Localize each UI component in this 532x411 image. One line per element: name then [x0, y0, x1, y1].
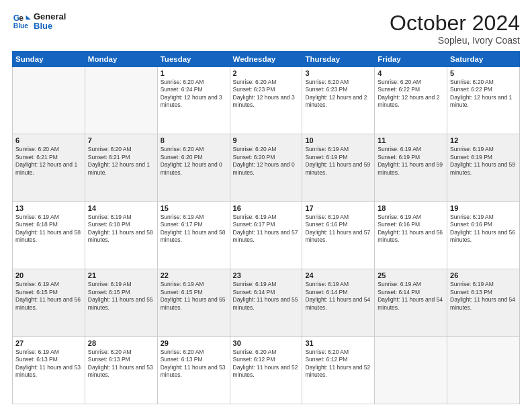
cell-info: Sunrise: 6:19 AM Sunset: 6:18 PM Dayligh… — [88, 214, 154, 244]
cell-info: Sunrise: 6:19 AM Sunset: 6:13 PM Dayligh… — [15, 349, 82, 379]
calendar-cell: 29Sunrise: 6:20 AM Sunset: 6:13 PM Dayli… — [157, 336, 230, 404]
calendar-row-3: 20Sunrise: 6:19 AM Sunset: 6:15 PM Dayli… — [13, 269, 520, 336]
day-number: 12 — [450, 136, 517, 144]
calendar-cell: 2Sunrise: 6:20 AM Sunset: 6:23 PM Daylig… — [230, 67, 302, 134]
day-number: 6 — [15, 136, 82, 144]
day-number: 7 — [88, 136, 154, 144]
cell-info: Sunrise: 6:20 AM Sunset: 6:23 PM Dayligh… — [233, 79, 300, 109]
calendar-row-0: 1Sunrise: 6:20 AM Sunset: 6:24 PM Daylig… — [13, 67, 520, 134]
weekday-header-sunday: Sunday — [13, 52, 85, 67]
day-number: 15 — [161, 204, 227, 212]
svg-marker-2 — [26, 15, 31, 20]
day-number: 10 — [305, 136, 371, 144]
calendar-cell: 11Sunrise: 6:19 AM Sunset: 6:19 PM Dayli… — [375, 134, 447, 201]
cell-info: Sunrise: 6:20 AM Sunset: 6:13 PM Dayligh… — [161, 349, 227, 379]
calendar-cell: 21Sunrise: 6:19 AM Sunset: 6:15 PM Dayli… — [85, 269, 157, 336]
calendar-cell: 25Sunrise: 6:19 AM Sunset: 6:14 PM Dayli… — [375, 269, 447, 336]
cell-info: Sunrise: 6:19 AM Sunset: 6:19 PM Dayligh… — [450, 146, 517, 177]
cell-info: Sunrise: 6:20 AM Sunset: 6:21 PM Dayligh… — [88, 146, 154, 177]
calendar-row-4: 27Sunrise: 6:19 AM Sunset: 6:13 PM Dayli… — [13, 336, 520, 404]
cell-info: Sunrise: 6:19 AM Sunset: 6:14 PM Dayligh… — [305, 281, 371, 312]
cell-info: Sunrise: 6:20 AM Sunset: 6:20 PM Dayligh… — [161, 146, 227, 177]
day-number: 3 — [305, 69, 371, 77]
day-number: 23 — [233, 271, 300, 279]
day-number: 31 — [305, 339, 371, 347]
month-title: October 2024 — [390, 12, 520, 34]
cell-info: Sunrise: 6:20 AM Sunset: 6:22 PM Dayligh… — [450, 79, 517, 109]
cell-info: Sunrise: 6:20 AM Sunset: 6:20 PM Dayligh… — [233, 146, 300, 177]
day-number: 18 — [378, 204, 444, 212]
day-number: 2 — [233, 69, 300, 77]
logo-icon: G e Blue — [12, 12, 31, 31]
day-number: 26 — [450, 271, 517, 279]
cell-info: Sunrise: 6:19 AM Sunset: 6:15 PM Dayligh… — [88, 281, 154, 312]
calendar-cell: 14Sunrise: 6:19 AM Sunset: 6:18 PM Dayli… — [85, 201, 157, 269]
logo: G e Blue General Blue — [12, 12, 66, 32]
cell-info: Sunrise: 6:19 AM Sunset: 6:16 PM Dayligh… — [305, 214, 371, 244]
calendar-cell: 9Sunrise: 6:20 AM Sunset: 6:20 PM Daylig… — [230, 134, 302, 201]
svg-text:e: e — [19, 13, 24, 23]
weekday-header-tuesday: Tuesday — [157, 52, 230, 67]
calendar-cell: 19Sunrise: 6:19 AM Sunset: 6:16 PM Dayli… — [447, 201, 520, 269]
cell-info: Sunrise: 6:19 AM Sunset: 6:14 PM Dayligh… — [378, 281, 444, 312]
title-area: October 2024 Sopleu, Ivory Coast — [390, 12, 520, 46]
cell-info: Sunrise: 6:20 AM Sunset: 6:22 PM Dayligh… — [378, 79, 444, 109]
cell-info: Sunrise: 6:20 AM Sunset: 6:23 PM Dayligh… — [305, 79, 371, 109]
calendar-cell: 18Sunrise: 6:19 AM Sunset: 6:16 PM Dayli… — [375, 201, 447, 269]
day-number: 29 — [161, 339, 227, 347]
day-number: 28 — [88, 339, 154, 347]
weekday-header-monday: Monday — [85, 52, 157, 67]
cell-info: Sunrise: 6:19 AM Sunset: 6:19 PM Dayligh… — [378, 146, 444, 177]
calendar-cell: 23Sunrise: 6:19 AM Sunset: 6:14 PM Dayli… — [230, 269, 302, 336]
calendar-cell: 17Sunrise: 6:19 AM Sunset: 6:16 PM Dayli… — [302, 201, 375, 269]
logo-line2: Blue — [34, 21, 66, 31]
calendar-cell: 28Sunrise: 6:20 AM Sunset: 6:13 PM Dayli… — [85, 336, 157, 404]
calendar-cell: 4Sunrise: 6:20 AM Sunset: 6:22 PM Daylig… — [375, 67, 447, 134]
day-number: 16 — [233, 204, 300, 212]
calendar-cell: 7Sunrise: 6:20 AM Sunset: 6:21 PM Daylig… — [85, 134, 157, 201]
day-number: 1 — [161, 69, 227, 77]
calendar-cell: 6Sunrise: 6:20 AM Sunset: 6:21 PM Daylig… — [13, 134, 85, 201]
weekday-header-friday: Friday — [375, 52, 447, 67]
calendar-cell — [13, 67, 85, 134]
day-number: 14 — [88, 204, 154, 212]
calendar-header-row: SundayMondayTuesdayWednesdayThursdayFrid… — [13, 52, 520, 67]
day-number: 19 — [450, 204, 517, 212]
calendar-cell: 3Sunrise: 6:20 AM Sunset: 6:23 PM Daylig… — [302, 67, 375, 134]
logo-line1: General — [34, 12, 66, 21]
day-number: 4 — [378, 69, 444, 77]
day-number: 13 — [15, 204, 82, 212]
calendar-cell: 13Sunrise: 6:19 AM Sunset: 6:18 PM Dayli… — [13, 201, 85, 269]
calendar-row-2: 13Sunrise: 6:19 AM Sunset: 6:18 PM Dayli… — [13, 201, 520, 269]
cell-info: Sunrise: 6:19 AM Sunset: 6:14 PM Dayligh… — [233, 281, 300, 312]
cell-info: Sunrise: 6:20 AM Sunset: 6:21 PM Dayligh… — [15, 146, 82, 177]
day-number: 17 — [305, 204, 371, 212]
calendar-cell: 15Sunrise: 6:19 AM Sunset: 6:17 PM Dayli… — [157, 201, 230, 269]
cell-info: Sunrise: 6:20 AM Sunset: 6:13 PM Dayligh… — [88, 349, 154, 379]
calendar-cell: 31Sunrise: 6:20 AM Sunset: 6:12 PM Dayli… — [302, 336, 375, 404]
cell-info: Sunrise: 6:19 AM Sunset: 6:15 PM Dayligh… — [15, 281, 82, 312]
calendar-cell: 26Sunrise: 6:19 AM Sunset: 6:13 PM Dayli… — [447, 269, 520, 336]
cell-info: Sunrise: 6:19 AM Sunset: 6:18 PM Dayligh… — [15, 214, 82, 244]
cell-info: Sunrise: 6:19 AM Sunset: 6:17 PM Dayligh… — [161, 214, 227, 244]
cell-info: Sunrise: 6:20 AM Sunset: 6:12 PM Dayligh… — [233, 349, 300, 379]
cell-info: Sunrise: 6:19 AM Sunset: 6:16 PM Dayligh… — [450, 214, 517, 244]
cell-info: Sunrise: 6:19 AM Sunset: 6:17 PM Dayligh… — [233, 214, 300, 244]
day-number: 5 — [450, 69, 517, 77]
calendar-cell: 12Sunrise: 6:19 AM Sunset: 6:19 PM Dayli… — [447, 134, 520, 201]
cell-info: Sunrise: 6:19 AM Sunset: 6:19 PM Dayligh… — [305, 146, 371, 177]
cell-info: Sunrise: 6:19 AM Sunset: 6:15 PM Dayligh… — [161, 281, 227, 312]
location-subtitle: Sopleu, Ivory Coast — [390, 35, 520, 46]
calendar-cell — [447, 336, 520, 404]
cell-info: Sunrise: 6:20 AM Sunset: 6:24 PM Dayligh… — [161, 79, 227, 109]
calendar-cell: 1Sunrise: 6:20 AM Sunset: 6:24 PM Daylig… — [157, 67, 230, 134]
calendar-cell: 16Sunrise: 6:19 AM Sunset: 6:17 PM Dayli… — [230, 201, 302, 269]
calendar-table: SundayMondayTuesdayWednesdayThursdayFrid… — [12, 51, 520, 404]
day-number: 22 — [161, 271, 227, 279]
calendar-cell: 30Sunrise: 6:20 AM Sunset: 6:12 PM Dayli… — [230, 336, 302, 404]
cell-info: Sunrise: 6:19 AM Sunset: 6:16 PM Dayligh… — [378, 214, 444, 244]
day-number: 24 — [305, 271, 371, 279]
calendar-cell: 8Sunrise: 6:20 AM Sunset: 6:20 PM Daylig… — [157, 134, 230, 201]
calendar-cell — [85, 67, 157, 134]
day-number: 11 — [378, 136, 444, 144]
